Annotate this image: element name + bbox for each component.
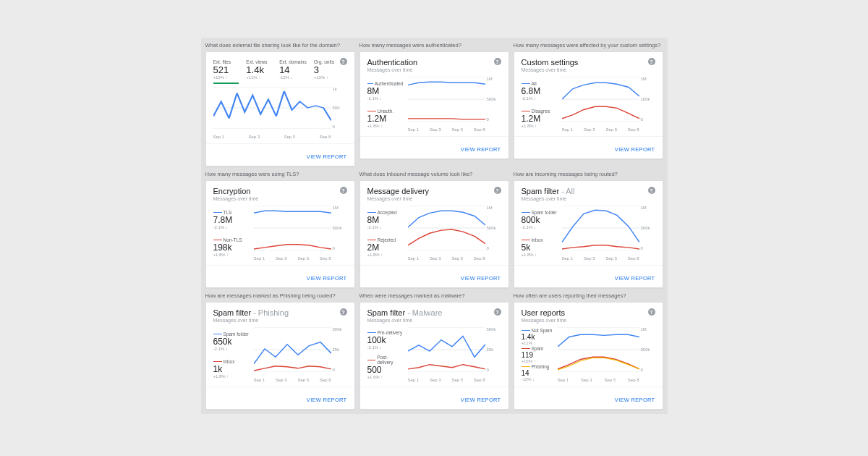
question-user-reports: How often are users reporting their mess… bbox=[514, 292, 663, 299]
metric-ext-views[interactable]: Ext. views 1.4k +11% ↑ bbox=[246, 59, 272, 80]
metric-ext-files[interactable]: Ext. files 521 +10% ↑ bbox=[213, 59, 239, 84]
view-report-link[interactable]: VIEW REPORT bbox=[461, 397, 501, 403]
chart-encryption: 1M500k0 Sep 1Sep 3Sep 5Sep 8 bbox=[254, 206, 347, 261]
legend: Spam folder650k-2.1% ↓ Inbox1k+1.8% ↑ bbox=[213, 327, 250, 382]
view-report-link[interactable]: VIEW REPORT bbox=[307, 153, 347, 160]
series-authenticated: Authenticated 8M -2.1% ↓ bbox=[367, 81, 404, 101]
help-icon[interactable]: ? bbox=[648, 58, 655, 65]
cell-custom: How many messages were affected by your … bbox=[514, 42, 663, 166]
cell-spam-malware: When were messages marked as malware? Sp… bbox=[359, 292, 509, 410]
help-icon[interactable]: ? bbox=[340, 58, 347, 65]
cell-delivery: What does inbound message volume look li… bbox=[359, 171, 509, 288]
cell-auth: How many messages were authenticated? Au… bbox=[359, 42, 509, 166]
help-icon[interactable]: ? bbox=[494, 187, 501, 194]
cell-filesharing: What does external file sharing look lik… bbox=[205, 42, 355, 166]
question-filesharing: What does external file sharing look lik… bbox=[205, 42, 355, 48]
question-spam-all: How are incoming messages being routed? bbox=[514, 171, 663, 177]
card-title: Spam filter - Malware bbox=[367, 308, 443, 317]
card-spam-phish: Spam filter - PhishingMessages over time… bbox=[205, 302, 355, 410]
chart-spam-phish: 500k25k0 Sep 1Sep 3Sep 5Sep 8 bbox=[254, 327, 347, 382]
y-axis: 1k 500 0 bbox=[333, 87, 349, 129]
help-icon[interactable]: ? bbox=[494, 308, 501, 316]
cell-user-reports: How often are users reporting their mess… bbox=[514, 292, 663, 410]
question-encryption: How many messages were using TLS? bbox=[205, 171, 355, 177]
legend: Not Spam1.4k+11% ↑ Spam119+10% ↑ Phishin… bbox=[522, 327, 553, 382]
chart-delivery: 1M500k0 Sep 1Sep 3Sep 5Sep 8 bbox=[408, 206, 501, 261]
card-title: Spam filter - Phishing bbox=[213, 308, 289, 317]
card-title: Spam filter - All bbox=[522, 187, 575, 195]
filesharing-metrics: Ext. files 521 +10% ↑ Ext. views 1.4k +1… bbox=[213, 59, 340, 84]
card-custom: Custom settings Messages over time ? All… bbox=[514, 51, 663, 159]
question-delivery: What does inbound message volume look li… bbox=[359, 171, 509, 177]
series-unauth: Unauth. 1.2M +1.8% ↑ bbox=[367, 109, 404, 128]
help-icon[interactable]: ? bbox=[340, 187, 347, 194]
filesharing-chart: 1k 500 0 Sep 1 Sep 3 Sep 5 Sep 8 bbox=[213, 87, 347, 139]
chart-auth: 1M500k0 Sep 1Sep 3Sep 5Sep 8 bbox=[408, 77, 501, 132]
card-filesharing: Ext. files 521 +10% ↑ Ext. views 1.4k +1… bbox=[205, 51, 355, 166]
legend: Accepted8M-2.1% ↓ Rejected2M+1.8% ↑ bbox=[367, 206, 404, 261]
metric-org-units[interactable]: Org. units 3 +13% ↑ bbox=[314, 59, 340, 80]
card-delivery: Message deliveryMessages over time? Acce… bbox=[359, 180, 509, 288]
help-icon[interactable]: ? bbox=[494, 58, 501, 65]
question-spam-phish: How are messages marked as Phishing bein… bbox=[205, 292, 355, 299]
question-spam-malware: When were messages marked as malware? bbox=[359, 292, 509, 299]
card-spam-malware: Spam filter - MalwareMessages over time?… bbox=[359, 302, 509, 410]
chart-custom: 1M100k0 Sep 1Sep 3Sep 5Sep 8 bbox=[562, 77, 655, 132]
question-custom: How many messages were affected by your … bbox=[514, 42, 663, 48]
card-user-reports: User reportsMessages over time? Not Spam… bbox=[514, 302, 663, 410]
dashboard-grid: What does external file sharing look lik… bbox=[201, 38, 668, 414]
card-title: Encryption bbox=[213, 187, 259, 195]
card-title: Message delivery bbox=[367, 187, 430, 195]
cell-spam-phish: How are messages marked as Phishing bein… bbox=[205, 292, 355, 410]
view-report-link[interactable]: VIEW REPORT bbox=[307, 275, 347, 282]
chart-spam-all: 1M500k0 Sep 1Sep 3Sep 5Sep 8 bbox=[562, 206, 655, 261]
view-report-link[interactable]: VIEW REPORT bbox=[461, 146, 501, 153]
legend: Authenticated 8M -2.1% ↓ Unauth. 1.2M +1… bbox=[367, 77, 404, 132]
view-report-link[interactable]: VIEW REPORT bbox=[615, 397, 655, 403]
view-report-link[interactable]: VIEW REPORT bbox=[615, 275, 655, 282]
metric-ext-domains[interactable]: Ext. domains 14 -12% ↓ bbox=[279, 59, 307, 80]
help-icon[interactable]: ? bbox=[648, 187, 655, 194]
chart-user-reports: 1M500k0 Sep 1Sep 3Sep 5Sep 8 bbox=[558, 327, 655, 382]
cell-spam-all: How are incoming messages being routed? … bbox=[514, 171, 663, 288]
legend: TLS7.8M-2.1% ↓ Non-TLS198k+1.8% ↑ bbox=[213, 206, 250, 261]
chart-spam-malware: 500k25k0 Sep 1Sep 3Sep 5Sep 8 bbox=[408, 327, 501, 382]
card-title: Authentication bbox=[367, 58, 418, 67]
legend: Spam folder800k-2.1% ↓ Inbox5k+1.8% ↑ bbox=[522, 206, 558, 261]
cell-encryption: How many messages were using TLS? Encryp… bbox=[205, 171, 355, 288]
x-axis: Sep 1 Sep 3 Sep 5 Sep 8 bbox=[213, 135, 331, 139]
card-auth: Authentication Messages over time ? Auth… bbox=[359, 51, 509, 159]
view-report-link[interactable]: VIEW REPORT bbox=[461, 275, 501, 282]
legend: Pre-delivery100k-2.1% ↓ Post-delivery500… bbox=[367, 327, 404, 382]
card-encryption: EncryptionMessages over time? TLS7.8M-2.… bbox=[205, 180, 355, 288]
card-title: Custom settings bbox=[522, 58, 579, 67]
view-report-link[interactable]: VIEW REPORT bbox=[615, 146, 655, 153]
card-title: User reports bbox=[522, 308, 567, 317]
help-icon[interactable]: ? bbox=[648, 308, 655, 316]
card-spam-all: Spam filter - AllMessages over time? Spa… bbox=[514, 180, 663, 288]
view-report-link[interactable]: VIEW REPORT bbox=[307, 397, 347, 403]
card-subtitle: Messages over time bbox=[367, 67, 418, 72]
help-icon[interactable]: ? bbox=[340, 308, 347, 316]
question-auth: How many messages were authenticated? bbox=[359, 42, 509, 48]
legend: All6.8M-2.1% ↓ Disagree1.2M+1.8% ↑ bbox=[522, 77, 558, 132]
